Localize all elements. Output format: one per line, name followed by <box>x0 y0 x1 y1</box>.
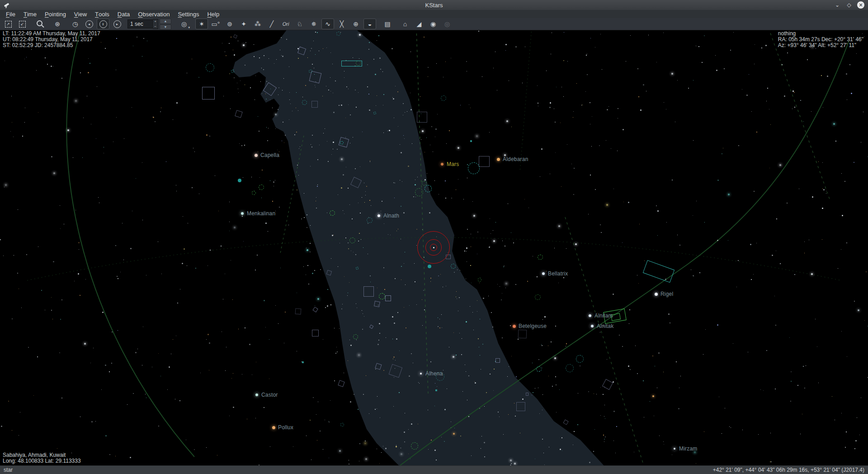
star <box>549 447 549 447</box>
toggle-ground-button[interactable]: ◒ <box>363 19 376 29</box>
star <box>405 252 405 252</box>
menu-tools[interactable]: Tools <box>91 10 113 18</box>
star <box>115 245 116 246</box>
star <box>509 81 509 81</box>
sky-object-pollux[interactable] <box>272 426 275 429</box>
toggle-sky-culture-button[interactable]: ✵ <box>307 19 320 29</box>
star <box>411 353 412 354</box>
star <box>269 379 269 379</box>
track-object-button[interactable]: ◎▾ <box>178 19 190 29</box>
maximize-icon[interactable]: ◇ <box>845 1 853 9</box>
time-step-forward-button[interactable]: ▸ <box>111 19 123 29</box>
star <box>115 456 116 456</box>
sky-object-mirzam[interactable] <box>674 448 675 450</box>
star <box>563 277 564 278</box>
time-step-down-button[interactable]: ▼ <box>160 24 171 30</box>
toggle-constellation-names-button[interactable]: Ori <box>279 19 292 29</box>
star <box>635 346 636 346</box>
dropdown-caret-icon[interactable]: ▾ <box>188 26 190 29</box>
menu-settings[interactable]: Settings <box>174 10 203 18</box>
whats-interesting-button[interactable]: ◉ <box>427 19 439 29</box>
find-object-button[interactable] <box>33 19 46 29</box>
star <box>405 284 406 285</box>
toggle-supernovae-button[interactable]: ⊚ <box>223 19 236 29</box>
zoom-in-button[interactable]: ↗ <box>2 19 14 29</box>
sky-object-bellatrix[interactable] <box>542 272 545 275</box>
close-icon[interactable]: ✕ <box>857 1 864 9</box>
toggle-equatorial-grid-button[interactable]: ╳ <box>335 19 348 29</box>
star <box>818 161 819 162</box>
star <box>344 276 344 277</box>
menu-time[interactable]: Time <box>19 10 41 18</box>
time-step-up-button[interactable]: ▲ <box>160 19 171 24</box>
menu-view[interactable]: View <box>70 10 91 18</box>
star <box>96 138 96 139</box>
sky-object-aldebaran[interactable] <box>497 158 500 161</box>
toggle-milky-way-button[interactable]: ∿ <box>321 19 334 29</box>
star <box>480 319 480 319</box>
time-step-minus-icon[interactable]: − <box>154 24 156 28</box>
zoom-out-button[interactable]: ↙ <box>16 19 28 29</box>
toggle-solar-system-button[interactable]: ✦ <box>237 19 250 29</box>
star <box>424 37 425 38</box>
sky-object-alnitak[interactable] <box>591 325 594 327</box>
sky-object-rigel[interactable] <box>655 293 658 296</box>
menu-observation[interactable]: Observation <box>134 10 174 18</box>
menu-data[interactable]: Data <box>113 10 134 18</box>
toggle-constellation-lines-button[interactable]: ⁂ <box>251 19 264 29</box>
time-step-value[interactable]: 1 sec <box>127 19 153 28</box>
star <box>300 147 300 147</box>
star <box>264 55 264 56</box>
star <box>116 70 116 70</box>
star <box>397 312 398 313</box>
star <box>234 54 235 56</box>
star <box>375 369 376 370</box>
star <box>326 47 327 48</box>
toggle-constellation-boundaries-button[interactable]: ╱ <box>265 19 278 29</box>
set-time-button[interactable]: ◷ <box>69 19 81 29</box>
toggle-horizontal-grid-button[interactable]: ⊕ <box>349 19 362 29</box>
sky-map[interactable]: CapellaMenkalinanAlnathMarsAldebaranBell… <box>0 0 868 474</box>
sky-shading-button[interactable]: ◢ <box>413 19 425 29</box>
star <box>41 290 42 291</box>
sky-object-betelgeuse[interactable] <box>513 325 516 328</box>
star <box>282 56 283 57</box>
observation-planner-button[interactable]: ⌂ <box>399 19 411 29</box>
star <box>395 86 396 86</box>
title-bar[interactable]: KStars ⌄ ◇ ✕ <box>0 0 868 10</box>
toggle-stars-button[interactable]: ✶ <box>195 19 208 29</box>
time-step-backward-button[interactable]: ◂ <box>83 19 95 29</box>
sky-object-alhena[interactable] <box>420 373 422 374</box>
star <box>339 105 340 106</box>
toggle-flags-button[interactable]: ▤ <box>381 19 394 29</box>
star <box>822 208 823 209</box>
stop-clock-button[interactable]: ‖ <box>97 19 109 29</box>
set-geo-location-button[interactable]: ⊛ <box>51 19 64 29</box>
star <box>337 351 338 352</box>
time-step-plus-icon[interactable]: + <box>154 19 156 24</box>
star <box>704 35 705 36</box>
sky-object-capella[interactable] <box>255 154 258 157</box>
sky-object-castor[interactable] <box>255 393 258 396</box>
star <box>482 76 482 77</box>
sky-object-mars[interactable] <box>441 163 443 166</box>
sky-object-alnilam[interactable] <box>589 314 591 317</box>
star <box>255 100 255 100</box>
sky-object-menkalinan[interactable] <box>241 212 244 215</box>
star <box>717 324 718 326</box>
sky-object-alnath[interactable] <box>377 214 380 217</box>
menu-help[interactable]: Help <box>203 10 223 18</box>
star <box>237 83 237 83</box>
star <box>550 174 550 174</box>
menu-file[interactable]: File <box>2 10 19 18</box>
star <box>318 402 318 402</box>
time-step-widget[interactable]: 1 sec + − ▲ ▼ <box>127 19 171 30</box>
star <box>537 85 538 86</box>
star <box>749 74 749 75</box>
minimize-icon[interactable]: ⌄ <box>834 1 841 9</box>
toggle-constellation-art-button[interactable]: ♘ <box>293 19 306 29</box>
toggle-deep-sky-objects-button[interactable]: ▭° <box>209 19 222 29</box>
menu-pointing[interactable]: Pointing <box>41 10 70 18</box>
star <box>19 289 19 289</box>
star <box>771 461 772 462</box>
